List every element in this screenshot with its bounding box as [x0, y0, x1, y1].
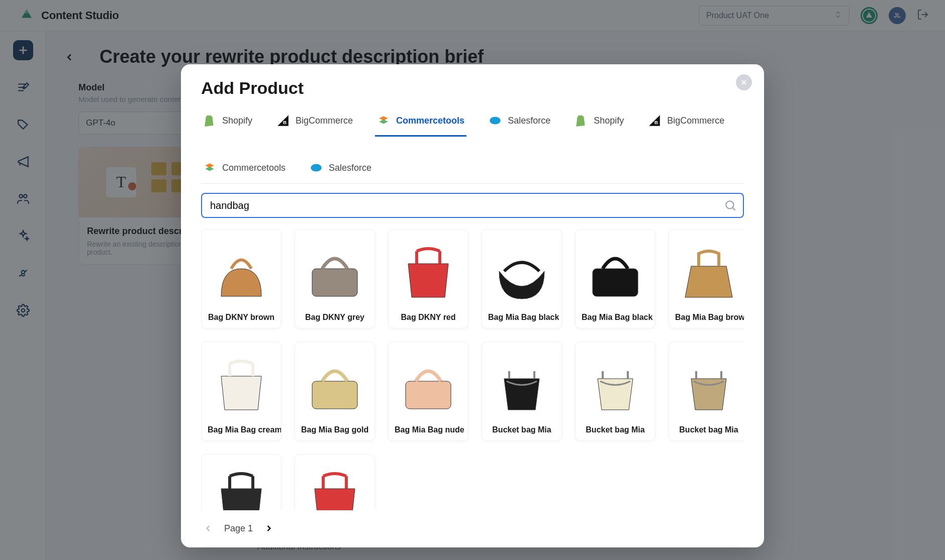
product-card[interactable]: Bag Mia Bag black	[482, 229, 562, 328]
product-name: Bag DKNY brown	[202, 313, 281, 328]
add-product-modal: Add Product ShopifyB BigCommerce Commerc…	[181, 64, 764, 547]
product-name: Bucket bag Mia	[482, 425, 561, 440]
product-image	[295, 230, 374, 313]
product-name: Bag Mia Bag black	[482, 313, 561, 328]
platform-tab-label: Salesforce	[329, 163, 371, 173]
product-name: Bag DKNY red	[389, 313, 468, 328]
commercetools-icon	[377, 114, 390, 127]
svg-point-11	[490, 117, 501, 124]
modal-title: Add Product	[201, 78, 744, 98]
platform-tab-label: Shopify	[594, 116, 624, 126]
product-image	[576, 342, 655, 425]
pager-prev[interactable]	[201, 521, 215, 535]
svg-point-14	[726, 201, 733, 208]
product-name: Bag Mia Bag cream	[202, 425, 281, 440]
product-name: Bag Mia Bag black	[576, 313, 655, 328]
product-card[interactable]: Bucket bag Mia	[669, 342, 744, 441]
product-card[interactable]: Bag Mia Bag gold	[295, 342, 375, 441]
product-card[interactable]: Tote bag black	[201, 454, 281, 510]
pager: Page 1	[201, 521, 744, 535]
shopify-icon	[203, 114, 216, 127]
product-image	[576, 230, 655, 313]
svg-text:B: B	[654, 120, 658, 125]
bigcommerce-icon: B	[276, 114, 290, 127]
product-card[interactable]: Tote bag red	[295, 454, 375, 510]
platform-tab-label: BigCommerce	[667, 116, 724, 126]
search-icon	[724, 199, 737, 212]
platform-tab-shopify[interactable]: Shopify	[201, 109, 254, 137]
product-name: Bag Mia Bag nude	[389, 425, 468, 440]
product-image	[389, 230, 468, 313]
svg-rect-16	[593, 269, 638, 296]
product-card[interactable]: Bag Mia Bag black	[575, 229, 655, 328]
product-image	[669, 342, 744, 425]
product-card[interactable]: Bag DKNY red	[388, 229, 468, 328]
platform-tab-commercetools[interactable]: Commercetools	[375, 109, 466, 137]
product-name: Bag Mia Bag gold	[295, 425, 374, 440]
platform-tab-salesforce[interactable]: Salesforce	[487, 109, 552, 137]
svg-rect-17	[312, 381, 357, 409]
shopify-icon	[575, 114, 588, 127]
product-card[interactable]: Bag Mia Bag brown	[669, 229, 744, 328]
platform-tab-bigcommerce[interactable]: B BigCommerce	[646, 109, 726, 137]
svg-text:B: B	[283, 120, 287, 125]
salesforce-icon	[310, 161, 323, 174]
platform-tab-label: Shopify	[222, 116, 252, 126]
product-name: Bag DKNY grey	[295, 313, 374, 328]
pager-label: Page 1	[224, 523, 253, 534]
platform-tab-shopify[interactable]: Shopify	[573, 109, 626, 137]
product-image	[295, 342, 374, 425]
product-card[interactable]: Bag DKNY grey	[295, 229, 375, 328]
platform-tab-label: Commercetools	[396, 116, 464, 126]
salesforce-icon	[489, 114, 502, 127]
product-card[interactable]: Bag Mia Bag nude	[388, 342, 468, 441]
product-image	[202, 342, 281, 425]
product-card[interactable]: Bucket bag Mia	[575, 342, 655, 441]
product-image	[295, 455, 374, 510]
bigcommerce-icon: B	[648, 114, 661, 127]
product-image	[202, 230, 281, 313]
platform-tab-commercetools[interactable]: Commercetools	[201, 156, 288, 184]
product-search-input[interactable]	[201, 193, 744, 218]
product-card[interactable]: Bag DKNY brown	[201, 229, 281, 328]
pager-next[interactable]	[262, 521, 276, 535]
product-image	[389, 342, 468, 425]
platform-tabs: ShopifyB BigCommerce Commercetools Sales…	[201, 109, 744, 184]
product-name: Bucket bag Mia	[669, 425, 744, 440]
product-card[interactable]: Bag Mia Bag cream	[201, 342, 281, 441]
svg-point-13	[311, 164, 322, 171]
modal-overlay[interactable]: Add Product ShopifyB BigCommerce Commerc…	[0, 0, 945, 560]
product-image	[482, 342, 561, 425]
platform-tab-bigcommerce[interactable]: B BigCommerce	[274, 109, 355, 137]
commercetools-icon	[203, 161, 216, 174]
platform-tab-salesforce[interactable]: Salesforce	[308, 156, 373, 184]
platform-tab-label: BigCommerce	[296, 116, 353, 126]
platform-tab-label: Commercetools	[222, 163, 286, 173]
product-image	[482, 230, 561, 313]
svg-rect-15	[312, 269, 357, 296]
product-image	[202, 455, 281, 510]
svg-rect-18	[406, 381, 451, 409]
product-image	[669, 230, 744, 313]
product-grid: Bag DKNY brown Bag DKNY grey Bag DKNY re…	[201, 229, 744, 510]
product-name: Bucket bag Mia	[576, 425, 655, 440]
product-card[interactable]: Bucket bag Mia	[482, 342, 562, 441]
product-name: Bag Mia Bag brown	[669, 313, 744, 328]
modal-close-button[interactable]	[736, 74, 752, 90]
platform-tab-label: Salesforce	[508, 116, 550, 126]
